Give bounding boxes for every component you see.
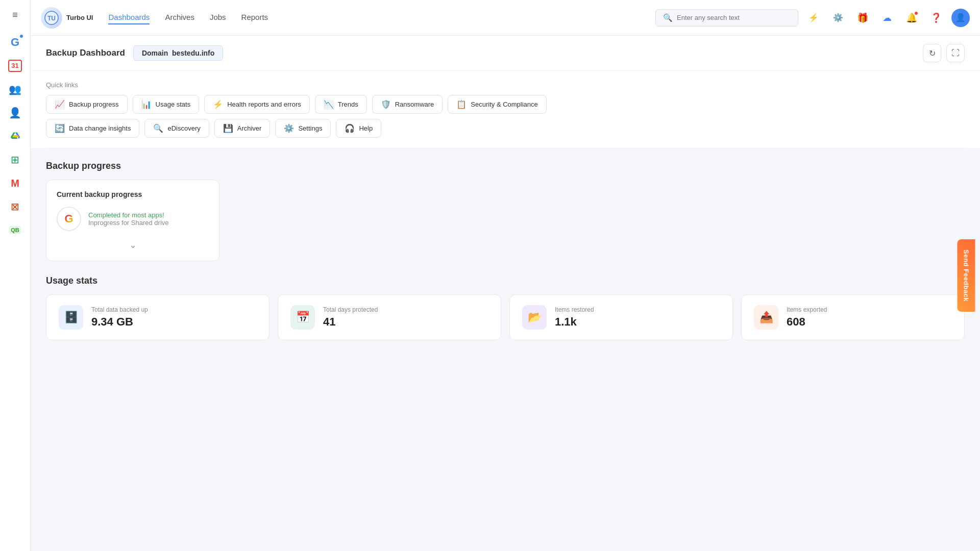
days-protected-value: 41: [323, 315, 378, 329]
ediscovery-icon: 🔍: [153, 123, 163, 133]
usage-stats-heading: Usage stats: [46, 276, 965, 286]
domain-value: bestedu.info: [172, 49, 214, 57]
total-data-info: Total data backed up 9.34 GB: [91, 306, 148, 329]
help-button[interactable]: ❓: [927, 9, 945, 27]
sidebar-item-google[interactable]: G: [5, 32, 26, 53]
backup-app-status: Completed for most apps! Inprogress for …: [88, 211, 169, 227]
settings-ql-icon: ⚙️: [284, 123, 294, 133]
quick-links-row1: 📈 Backup progress 📊 Usage stats ⚡ Health…: [46, 95, 965, 114]
sidebar-item-drive[interactable]: [5, 126, 26, 147]
ql-data-change[interactable]: 🔄 Data change insights: [46, 119, 139, 138]
items-restored-label: Items restored: [555, 306, 594, 313]
feedback-tab[interactable]: Send Feedback: [958, 239, 975, 312]
ql-ediscovery-label: eDiscovery: [167, 124, 200, 132]
page-header-left: Backup Dashboard Domain bestedu.info: [46, 45, 223, 61]
gift-button[interactable]: 🎁: [853, 9, 872, 27]
main-wrapper: TU Turbo UI Dashboards Archives Jobs Rep…: [31, 0, 980, 551]
cloud-icon: ☁: [883, 12, 892, 23]
content: Backup Dashboard Domain bestedu.info ↻ ⛶…: [31, 36, 980, 551]
ql-health-reports-label: Health reports and errors: [227, 101, 301, 108]
ql-help[interactable]: 🎧 Help: [336, 119, 381, 138]
sidebar-item-sheets[interactable]: ⊞: [5, 149, 26, 170]
nav-link-jobs[interactable]: Jobs: [210, 11, 226, 24]
ql-settings[interactable]: ⚙️ Settings: [275, 119, 331, 138]
sidebar-item-calendar[interactable]: 31: [5, 55, 26, 77]
domain-label: Domain: [142, 49, 168, 57]
ql-usage-stats[interactable]: 📊 Usage stats: [133, 95, 200, 114]
sidebar-item-contacts[interactable]: 👥: [5, 79, 26, 100]
quick-links-label: Quick links: [46, 81, 965, 89]
notification-button[interactable]: 🔔: [902, 9, 921, 27]
sidebar-item-quickbooks[interactable]: QB: [5, 219, 26, 241]
quickbooks-icon: QB: [9, 226, 21, 234]
avatar-icon: 👤: [955, 13, 966, 22]
ql-trends-label: Trends: [338, 101, 358, 108]
sidebar-item-office[interactable]: ⊠: [5, 196, 26, 217]
nav-link-archives[interactable]: Archives: [165, 11, 194, 24]
logo-area: TU Turbo UI: [41, 7, 93, 29]
sidebar-item-gmail[interactable]: M: [5, 172, 26, 194]
chevron-down-icon: ⌄: [129, 239, 137, 251]
days-protected-label: Total days protected: [323, 306, 378, 313]
search-bar[interactable]: 🔍: [655, 9, 798, 27]
avatar-button[interactable]: 👤: [951, 9, 970, 27]
ql-archiver-label: Archiver: [237, 124, 262, 132]
settings-button[interactable]: ⚙️: [829, 9, 847, 27]
ql-security[interactable]: 📋 Security & Compliance: [448, 95, 547, 114]
stat-card-items-exported: 📤 Items exported 608: [741, 294, 965, 340]
gift-icon: 🎁: [857, 12, 868, 23]
sidebar-item-user[interactable]: 👤: [5, 102, 26, 123]
backup-progress-card: Current backup progress G Completed for …: [46, 180, 219, 261]
search-input[interactable]: [677, 14, 791, 21]
items-exported-icon-container: 📤: [754, 305, 778, 330]
refresh-button[interactable]: ↻: [923, 44, 941, 62]
backup-status-completed: Completed for most apps!: [88, 211, 169, 219]
help-icon: ❓: [930, 12, 942, 23]
gear-icon: ⚙️: [833, 13, 843, 22]
nav-link-dashboards[interactable]: Dashboards: [108, 11, 150, 24]
security-icon: 📋: [456, 99, 467, 109]
ql-archiver[interactable]: 💾 Archiver: [214, 119, 271, 138]
quick-links-section: Quick links 📈 Backup progress 📊 Usage st…: [31, 71, 980, 148]
google-app-icon: G: [57, 207, 81, 231]
fullscreen-button[interactable]: ⛶: [946, 44, 965, 62]
domain-badge: Domain bestedu.info: [133, 45, 223, 61]
cloud-button[interactable]: ☁: [878, 9, 896, 27]
ql-backup-progress[interactable]: 📈 Backup progress: [46, 95, 128, 114]
items-restored-icon: 📂: [528, 311, 542, 324]
logo-icon: TU: [41, 7, 62, 29]
quick-links-row2: 🔄 Data change insights 🔍 eDiscovery 💾 Ar…: [46, 119, 965, 138]
archiver-icon: 💾: [223, 123, 233, 133]
ransomware-icon: 🛡️: [381, 99, 391, 109]
ql-trends[interactable]: 📉 Trends: [315, 95, 367, 114]
drive-icon: [10, 130, 21, 143]
nav-links: Dashboards Archives Jobs Reports: [108, 11, 655, 24]
ql-health-reports[interactable]: ⚡ Health reports and errors: [204, 95, 310, 114]
data-change-icon: 🔄: [55, 123, 65, 133]
ql-ransomware[interactable]: 🛡️ Ransomware: [372, 95, 443, 114]
ql-ransomware-label: Ransomware: [395, 101, 434, 108]
sheets-icon: ⊞: [11, 154, 19, 166]
google-letter-icon: G: [64, 212, 73, 226]
days-protected-icon: 📅: [296, 311, 310, 324]
nav-right: 🔍 ⚡ ⚙️ 🎁 ☁ 🔔 ❓: [655, 9, 970, 27]
help-ql-icon: 🎧: [345, 123, 355, 133]
total-data-label: Total data backed up: [91, 306, 148, 313]
stat-card-total-data: 🗄️ Total data backed up 9.34 GB: [46, 294, 270, 340]
items-restored-value: 1.1k: [555, 315, 594, 329]
calendar-icon: 31: [8, 60, 21, 72]
ql-ediscovery[interactable]: 🔍 eDiscovery: [144, 119, 209, 138]
ql-settings-label: Settings: [298, 124, 322, 132]
health-reports-icon: ⚡: [213, 99, 223, 109]
backup-app-row: G Completed for most apps! Inprogress fo…: [57, 207, 209, 231]
total-data-icon: 🗄️: [64, 311, 78, 324]
contacts-icon: 👥: [9, 83, 21, 95]
total-data-value: 9.34 GB: [91, 315, 148, 329]
filter-button[interactable]: ⚡: [804, 9, 823, 27]
nav-link-reports[interactable]: Reports: [241, 11, 268, 24]
sidebar-item-menu[interactable]: ≡: [5, 4, 26, 26]
expand-backup-button[interactable]: ⌄: [57, 239, 209, 251]
items-exported-icon: 📤: [760, 311, 773, 324]
sidebar: ≡ G 31 👥 👤 ⊞ M ⊠ QB: [0, 0, 31, 551]
ql-data-change-label: Data change insights: [69, 124, 131, 132]
